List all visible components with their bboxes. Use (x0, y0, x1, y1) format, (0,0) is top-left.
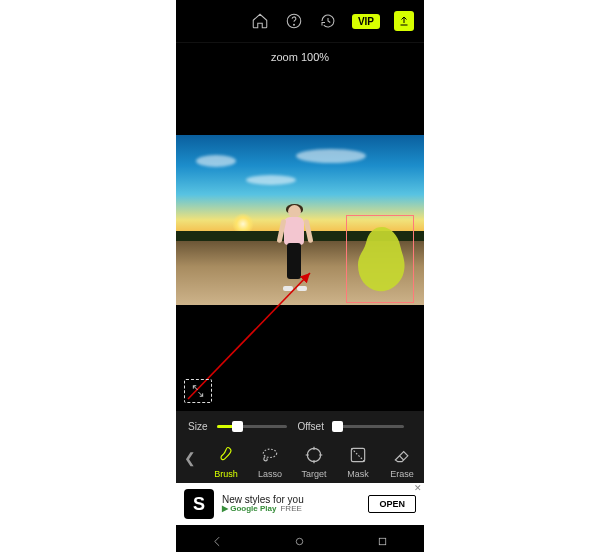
offset-label: Offset (297, 421, 324, 432)
edit-canvas[interactable] (176, 71, 424, 411)
home-icon[interactable] (250, 11, 270, 31)
ad-subtitle: ▶ Google PlayFREE (222, 505, 360, 514)
tool-label: Erase (390, 469, 414, 479)
nav-back-icon[interactable] (211, 534, 224, 552)
export-button[interactable] (394, 11, 414, 31)
nav-home-icon[interactable] (293, 534, 306, 552)
svg-point-6 (297, 538, 304, 545)
brush-mask-overlay (352, 221, 408, 295)
system-nav-bar (176, 533, 424, 552)
tool-target[interactable]: Target (292, 444, 336, 479)
tool-strip: ❮ Brush Lasso Target Mask Erase (176, 438, 424, 483)
svg-point-3 (263, 449, 276, 457)
tool-lasso[interactable]: Lasso (248, 444, 292, 479)
svg-rect-5 (351, 448, 364, 461)
ad-close-icon[interactable]: ✕ (414, 483, 422, 493)
mask-icon (347, 444, 369, 466)
size-label: Size (188, 421, 207, 432)
target-icon (303, 444, 325, 466)
svg-point-1 (293, 24, 294, 25)
app-top-bar: VIP (176, 0, 424, 43)
zoom-label: zoom 100% (176, 43, 424, 71)
tool-label: Mask (347, 469, 369, 479)
vip-badge[interactable]: VIP (352, 14, 380, 29)
tool-mask[interactable]: Mask (336, 444, 380, 479)
svg-rect-7 (379, 538, 386, 545)
lasso-icon (259, 444, 281, 466)
photo (176, 135, 424, 305)
ad-app-icon: S (184, 489, 214, 519)
svg-point-4 (307, 448, 320, 461)
ad-banner[interactable]: S New styles for you ▶ Google PlayFREE O… (176, 483, 424, 525)
size-slider-thumb[interactable] (232, 421, 243, 432)
subject-person (280, 205, 310, 291)
tool-label: Target (301, 469, 326, 479)
tool-brush[interactable]: Brush (204, 444, 248, 479)
offset-slider-thumb[interactable] (332, 421, 343, 432)
size-slider[interactable] (217, 425, 287, 428)
brush-icon (215, 444, 237, 466)
nav-recent-icon[interactable] (376, 534, 389, 552)
phone-frame: VIP zoom 100% (176, 0, 424, 533)
offset-slider[interactable] (334, 425, 404, 428)
tool-label: Brush (214, 469, 238, 479)
slider-row: Size Offset (176, 411, 424, 438)
help-icon[interactable] (284, 11, 304, 31)
ad-open-button[interactable]: OPEN (368, 495, 416, 513)
tool-erase[interactable]: Erase (380, 444, 424, 479)
history-icon[interactable] (318, 11, 338, 31)
tool-label: Lasso (258, 469, 282, 479)
back-button[interactable]: ❮ (176, 444, 204, 466)
erase-icon (391, 444, 413, 466)
fit-screen-button[interactable] (184, 379, 212, 403)
